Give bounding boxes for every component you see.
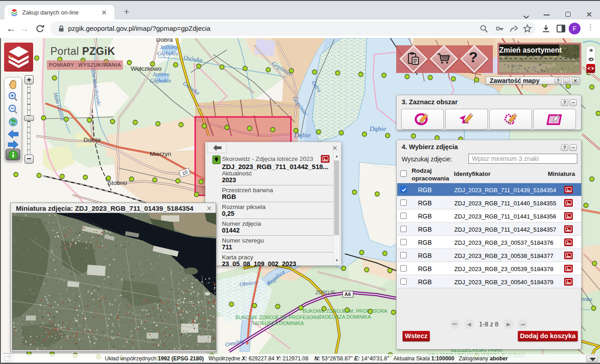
svg-text:Jezioro: Jezioro: [152, 71, 170, 78]
svg-text:A6: A6: [344, 291, 351, 297]
svg-text:ZDROJE: ZDROJE: [315, 290, 335, 295]
svg-text:Głębokie: Głębokie: [157, 50, 178, 57]
svg-text:Dołuje: Dołuje: [84, 136, 101, 143]
svg-text:Stobno: Stobno: [108, 180, 127, 186]
svg-text:TADEUSZA DOMINIKA: TADEUSZA DOMINIKA: [252, 320, 304, 326]
svg-text:TADEUSZA DOMINIKA: TADEUSZA DOMINIKA: [319, 314, 371, 320]
svg-text:Głębokie: Głębokie: [150, 77, 171, 84]
svg-text:BUKOWE ZDROJE IM. PROFESORA: BUKOWE ZDROJE IM. PROFESORA: [236, 315, 320, 320]
svg-text:Mierzyn: Mierzyn: [150, 150, 171, 157]
svg-text:Dąbie: Dąbie: [369, 125, 386, 132]
svg-text:Dobra: Dobra: [156, 38, 173, 43]
svg-text:Jezioro: Jezioro: [160, 44, 177, 50]
